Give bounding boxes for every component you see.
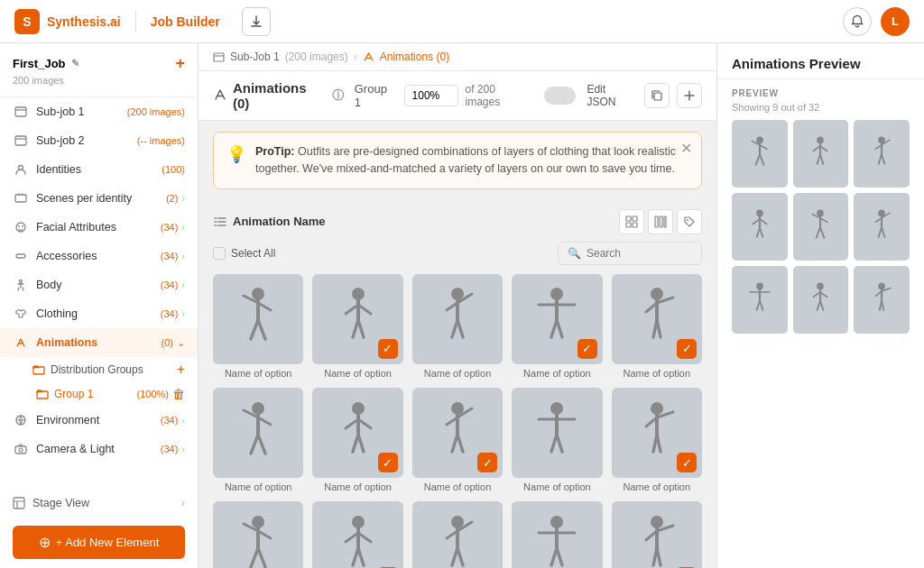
- anim-title-text: Animations (0): [233, 80, 327, 111]
- add-group-icon[interactable]: +: [177, 362, 185, 378]
- section-title: Animation Name: [213, 215, 619, 229]
- breadcrumb-subjob-count: (200 images): [285, 50, 348, 63]
- preview-thumb[interactable]: [732, 266, 788, 334]
- copy-button[interactable]: [644, 83, 670, 108]
- pro-tip-bold: ProTip:: [255, 145, 295, 158]
- sidebar-item-accessories[interactable]: Accessories (34) ›: [0, 242, 198, 270]
- facial-icon: [13, 219, 29, 235]
- svg-rect-8: [33, 367, 44, 374]
- preview-thumb[interactable]: [854, 193, 910, 261]
- tag-button[interactable]: [677, 209, 702, 234]
- preview-label: PREVIEW: [732, 88, 910, 98]
- section-title-text: Animation Name: [233, 215, 326, 228]
- anim-card[interactable]: Name of option: [412, 501, 503, 568]
- anim-card[interactable]: Name of option: [213, 274, 303, 379]
- breadcrumb: Sub-Job 1 (200 images) › Animations (0): [199, 43, 716, 71]
- grid-view-button[interactable]: [619, 209, 644, 234]
- anim-card[interactable]: Name of option: [512, 501, 602, 568]
- anim-card[interactable]: Name of option: [512, 388, 602, 492]
- preview-thumb[interactable]: [732, 193, 788, 261]
- avatar[interactable]: L: [881, 7, 910, 36]
- content-header: Animations (0) ⓘ Group 1 of 200 images E…: [199, 71, 716, 121]
- anim-selected-check[interactable]: ✓: [378, 453, 398, 472]
- environment-icon: [13, 412, 29, 428]
- add-group-button[interactable]: [677, 83, 702, 108]
- preview-thumb[interactable]: [854, 266, 910, 334]
- preview-thumb[interactable]: [793, 120, 849, 188]
- svg-rect-20: [655, 216, 658, 227]
- select-all-row: Select All: [213, 247, 275, 260]
- anim-card[interactable]: ✓Name of option: [612, 388, 702, 492]
- section-header: Animation Name: [213, 200, 702, 242]
- breadcrumb-subjob: Sub-Job 1: [230, 50, 280, 63]
- sidebar-item-scenes[interactable]: Scenes per identity (2) ›: [0, 184, 198, 213]
- anim-selected-check[interactable]: ✓: [578, 339, 597, 359]
- svg-rect-21: [660, 216, 662, 227]
- sidebar-item-environment[interactable]: Environment (34) ›: [0, 406, 198, 435]
- add-job-icon[interactable]: +: [175, 54, 185, 73]
- identities-label: Identities: [36, 163, 162, 176]
- anim-item-label: Name of option: [412, 368, 503, 379]
- main-content: Sub-Job 1 (200 images) › Animations (0) …: [199, 43, 716, 568]
- preview-thumb[interactable]: [732, 120, 788, 188]
- stage-view-row[interactable]: Stage View ›: [0, 489, 198, 517]
- svg-rect-9: [37, 391, 48, 399]
- anim-item-label: Name of option: [312, 368, 402, 379]
- sidebar-item-camera-light[interactable]: Camera & Light (34) ›: [0, 435, 198, 463]
- info-icon[interactable]: ⓘ: [332, 87, 344, 104]
- preview-thumb[interactable]: [854, 120, 910, 188]
- add-element-button[interactable]: ⊕ + Add New Element: [13, 526, 185, 559]
- anim-card[interactable]: ✓Name of option: [612, 274, 702, 379]
- select-all-checkbox[interactable]: [213, 247, 226, 260]
- anim-selected-check[interactable]: ✓: [677, 453, 697, 472]
- sidebar-item-animations[interactable]: Animations (0) ⌄: [0, 328, 198, 357]
- sidebar-header: First_Job ✎ + 200 images: [0, 43, 198, 97]
- distribution-groups-row[interactable]: Distribution Groups +: [0, 357, 198, 382]
- sidebar-item-sub-job-1[interactable]: Sub-job 1 (200 images): [0, 97, 198, 126]
- anim-card[interactable]: ✓Name of option: [312, 501, 402, 568]
- animations-icon: [13, 334, 29, 351]
- right-panel-header: Animations Preview: [717, 43, 924, 79]
- svg-point-34: [252, 516, 264, 528]
- pro-tip-banner: 💡 ProTip: Outfits are pre-designed combi…: [213, 132, 702, 189]
- anim-card[interactable]: Name of option: [412, 274, 503, 379]
- pro-tip-close[interactable]: ✕: [680, 140, 692, 157]
- sidebar-item-facial[interactable]: Facial Attributes (34) ›: [0, 213, 198, 242]
- sidebar-item-identities[interactable]: Identities (100): [0, 155, 198, 184]
- sidebar-item-clothing[interactable]: Clothing (34) ›: [0, 299, 198, 328]
- preview-thumb[interactable]: [793, 266, 849, 334]
- anim-card[interactable]: Name of option: [213, 501, 303, 568]
- svg-point-37: [550, 516, 563, 528]
- group-1-row[interactable]: Group 1 (100%) 🗑: [0, 382, 198, 406]
- anim-card[interactable]: ✓Name of option: [412, 388, 503, 492]
- download-icon: [249, 14, 263, 29]
- accessories-icon: [13, 248, 29, 264]
- anim-selected-check[interactable]: ✓: [378, 339, 398, 359]
- svg-point-39: [756, 137, 763, 144]
- sub-job-2-icon: [13, 133, 29, 149]
- anim-card[interactable]: ✓Name of option: [512, 274, 602, 379]
- svg-point-33: [651, 402, 663, 415]
- notification-button[interactable]: [843, 7, 872, 36]
- edit-json-toggle[interactable]: [544, 87, 577, 105]
- anim-card[interactable]: ✓Name of option: [312, 274, 402, 379]
- group-value-input[interactable]: [404, 85, 458, 106]
- anim-selected-check[interactable]: ✓: [677, 339, 697, 359]
- delete-group-icon[interactable]: 🗑: [172, 387, 185, 401]
- anim-thumbnail: [213, 388, 303, 478]
- anim-card[interactable]: ✓Name of option: [312, 388, 402, 492]
- preview-thumb[interactable]: [793, 193, 849, 261]
- anim-card[interactable]: ✓Name of option: [612, 501, 702, 568]
- edit-job-icon[interactable]: ✎: [71, 58, 79, 69]
- camera-label: Camera & Light: [36, 443, 161, 455]
- search-input[interactable]: [587, 247, 692, 260]
- anim-selected-check[interactable]: ✓: [477, 453, 497, 472]
- anim-card[interactable]: Name of option: [213, 388, 303, 492]
- group-1-label: Group 1: [54, 388, 137, 400]
- download-button[interactable]: [242, 7, 271, 36]
- anim-thumbnail: ✓: [512, 274, 602, 364]
- logo-icon: S: [14, 9, 40, 34]
- sidebar-item-sub-job-2[interactable]: Sub-job 2 (-- images): [0, 126, 198, 155]
- sidebar-item-body[interactable]: Body (34) ›: [0, 270, 198, 299]
- list-view-button[interactable]: [648, 209, 673, 234]
